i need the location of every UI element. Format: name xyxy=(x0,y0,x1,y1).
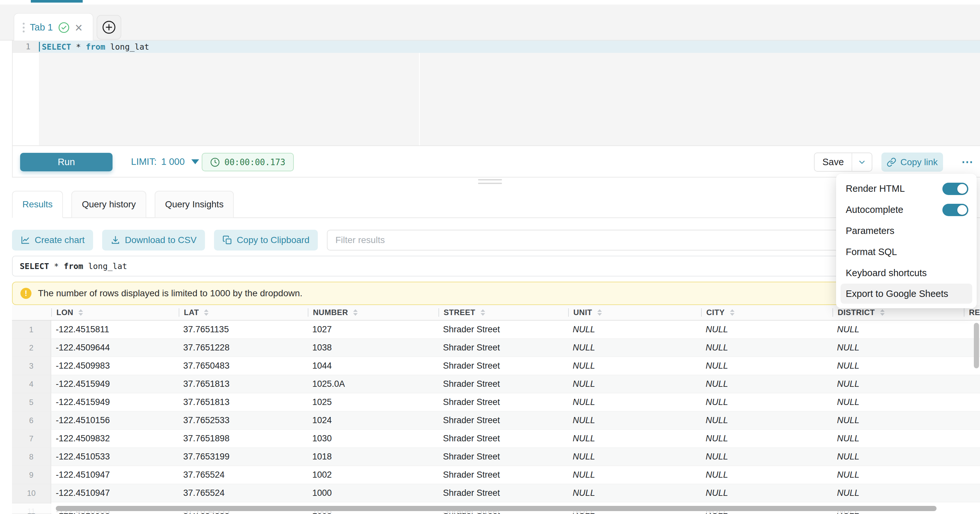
table-cell[interactable]: Shrader Street xyxy=(438,339,568,357)
editor-empty-area[interactable] xyxy=(39,53,980,145)
more-options-button[interactable]: ⋯ xyxy=(955,146,980,177)
panel-resize-handle[interactable] xyxy=(478,179,502,184)
sort-icon[interactable] xyxy=(880,309,885,316)
table-cell[interactable]: NULL xyxy=(568,412,701,429)
table-cell[interactable]: NULL xyxy=(701,466,832,484)
tab-query-insights[interactable]: Query Insights xyxy=(155,191,234,218)
run-button[interactable]: Run xyxy=(20,153,113,171)
table-cell[interactable]: Shrader Street xyxy=(438,466,568,484)
row-number-cell[interactable]: 1 xyxy=(12,321,51,338)
table-cell[interactable]: NULL xyxy=(701,321,832,338)
sort-icon[interactable] xyxy=(597,309,602,316)
column-header-street[interactable]: STREET xyxy=(438,305,568,320)
editor-tab[interactable]: Tab 1 × xyxy=(14,13,93,41)
table-cell[interactable]: NULL xyxy=(832,429,964,447)
row-number-cell[interactable]: 3 xyxy=(12,357,51,375)
table-cell[interactable]: Shrader Street xyxy=(438,412,568,429)
table-cell[interactable]: 37.7650483 xyxy=(179,357,308,375)
table-cell[interactable]: NULL xyxy=(568,393,701,411)
table-cell[interactable]: NULL xyxy=(832,412,964,429)
table-cell[interactable]: -122.4515811 xyxy=(51,321,179,338)
menu-item-render-html[interactable]: Render HTML xyxy=(836,178,977,199)
table-cell[interactable] xyxy=(964,412,980,429)
table-row[interactable]: 4-122.451594937.76518131025.0AShrader St… xyxy=(12,375,980,393)
table-cell[interactable]: NULL xyxy=(832,466,964,484)
table-cell[interactable]: Shrader Street xyxy=(438,375,568,393)
menu-item-parameters[interactable]: Parameters xyxy=(836,220,977,241)
table-row[interactable]: 3-122.450998337.76504831044Shrader Stree… xyxy=(12,357,980,375)
row-number-cell[interactable]: 4 xyxy=(12,375,51,393)
table-cell[interactable]: 1025 xyxy=(308,393,438,411)
table-row[interactable]: 6-122.451015637.76525331024Shrader Stree… xyxy=(12,412,980,429)
table-cell[interactable]: -122.4509832 xyxy=(51,429,179,447)
column-header-number[interactable]: NUMBER xyxy=(308,305,438,320)
table-row[interactable]: 2-122.450964437.76512281038Shrader Stree… xyxy=(12,339,980,357)
table-cell[interactable] xyxy=(964,393,980,411)
table-cell[interactable]: 37.7651135 xyxy=(179,321,308,338)
table-cell[interactable]: -122.4515949 xyxy=(51,375,179,393)
table-cell[interactable]: NULL xyxy=(568,321,701,338)
create-chart-button[interactable]: Create chart xyxy=(12,230,93,251)
row-number-cell[interactable]: 6 xyxy=(12,412,51,429)
sort-icon[interactable] xyxy=(480,309,485,316)
copy-clipboard-button[interactable]: Copy to Clipboard xyxy=(214,230,318,251)
sort-icon[interactable] xyxy=(78,309,83,316)
menu-item-autocomplete[interactable]: Autocomplete xyxy=(836,199,977,220)
menu-item-export-to-google-sheets[interactable]: Export to Google Sheets xyxy=(840,284,972,304)
table-cell[interactable]: -122.4509983 xyxy=(51,357,179,375)
column-header-city[interactable]: CITY xyxy=(701,305,832,320)
table-cell[interactable]: 37.765524 xyxy=(179,484,308,502)
table-cell[interactable]: Shrader Street xyxy=(438,484,568,502)
table-cell[interactable] xyxy=(964,448,980,466)
table-cell[interactable]: NULL xyxy=(568,429,701,447)
table-cell[interactable]: NULL xyxy=(568,339,701,357)
menu-item-keyboard-shortcuts[interactable]: Keyboard shortcuts xyxy=(836,262,977,284)
column-header-lon[interactable]: LON xyxy=(51,305,179,320)
row-number-cell[interactable]: 9 xyxy=(12,466,51,484)
table-cell[interactable] xyxy=(964,466,980,484)
table-cell[interactable]: Shrader Street xyxy=(438,448,568,466)
table-cell[interactable]: 37.7651813 xyxy=(179,375,308,393)
table-cell[interactable]: NULL xyxy=(832,339,964,357)
table-cell[interactable] xyxy=(964,375,980,393)
table-cell[interactable] xyxy=(964,484,980,502)
table-cell[interactable]: -122.4510947 xyxy=(51,466,179,484)
table-cell[interactable] xyxy=(964,429,980,447)
table-cell[interactable]: NULL xyxy=(701,412,832,429)
download-csv-button[interactable]: Download to CSV xyxy=(102,230,205,251)
row-number-cell[interactable]: 2 xyxy=(12,339,51,357)
table-cell[interactable]: 1030 xyxy=(308,429,438,447)
table-cell[interactable]: NULL xyxy=(832,484,964,502)
table-cell[interactable]: NULL xyxy=(832,448,964,466)
table-cell[interactable]: 1025.0A xyxy=(308,375,438,393)
table-cell[interactable]: NULL xyxy=(701,339,832,357)
table-cell[interactable]: NULL xyxy=(832,393,964,411)
vertical-scrollbar-thumb[interactable] xyxy=(974,323,979,368)
menu-item-format-sql[interactable]: Format SQL xyxy=(836,241,977,262)
table-cell[interactable]: 1018 xyxy=(308,448,438,466)
table-cell[interactable]: NULL xyxy=(832,357,964,375)
sort-icon[interactable] xyxy=(353,309,358,316)
tab-query-history[interactable]: Query history xyxy=(72,191,146,218)
table-row[interactable]: 7-122.450983237.76518981030Shrader Stree… xyxy=(12,429,980,448)
table-cell[interactable]: 37.7653199 xyxy=(179,448,308,466)
close-tab-icon[interactable]: × xyxy=(75,22,83,34)
table-row[interactable]: 8-122.451053337.76531991018Shrader Stree… xyxy=(12,448,980,466)
table-cell[interactable]: NULL xyxy=(568,448,701,466)
table-cell[interactable]: NULL xyxy=(568,466,701,484)
table-cell[interactable]: 1000 xyxy=(308,484,438,502)
horizontal-scrollbar[interactable] xyxy=(12,504,980,513)
autocomplete-toggle[interactable] xyxy=(942,204,968,216)
copy-link-button[interactable]: Copy link xyxy=(881,153,943,172)
table-cell[interactable]: Shrader Street xyxy=(438,393,568,411)
render-html-toggle[interactable] xyxy=(942,183,968,195)
table-cell[interactable]: NULL xyxy=(701,484,832,502)
sort-icon[interactable] xyxy=(204,309,208,316)
limit-dropdown[interactable]: LIMIT: 1 000 xyxy=(131,146,199,177)
row-number-cell[interactable]: 5 xyxy=(12,393,51,411)
table-cell[interactable]: 1024 xyxy=(308,412,438,429)
table-cell[interactable]: NULL xyxy=(701,393,832,411)
table-cell[interactable]: NULL xyxy=(568,375,701,393)
table-cell[interactable]: NULL xyxy=(701,357,832,375)
table-cell[interactable]: NULL xyxy=(701,429,832,447)
